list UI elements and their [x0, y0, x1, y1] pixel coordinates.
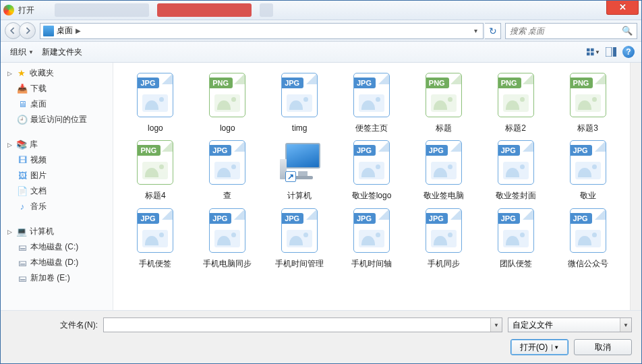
file-item[interactable]: PNG 标题4 — [120, 138, 191, 200]
search-input[interactable] — [510, 26, 622, 36]
file-name: 敬业 — [580, 191, 596, 200]
app-icon — [3, 5, 14, 16]
file-item[interactable]: JPG 敬业 — [552, 138, 623, 200]
open-button[interactable]: 打开(O) │▼ — [510, 339, 568, 355]
file-thumbnail: JPG — [570, 208, 606, 253]
filetype-badge: JPG — [209, 145, 231, 156]
file-item[interactable]: JPG 查 — [192, 138, 263, 200]
filename-dropdown[interactable]: ▼ — [490, 318, 502, 332]
collapse-icon: ▷ — [6, 141, 13, 148]
documents-icon: 📄 — [17, 186, 28, 197]
sidebar-item-music[interactable]: ♪音乐 — [1, 199, 113, 214]
svg-rect-5 — [613, 47, 616, 57]
file-item[interactable]: PNG 标题3 — [552, 71, 623, 133]
address-dropdown[interactable]: ▾ — [471, 27, 480, 34]
filetype-badge: PNG — [137, 145, 160, 156]
music-icon: ♪ — [17, 202, 28, 212]
sidebar-item-drive-d[interactable]: 🖴本地磁盘 (D:) — [1, 255, 113, 270]
file-name: logo — [220, 123, 235, 133]
file-name: 敬业签电脑 — [424, 191, 464, 200]
sidebar-item-recent[interactable]: 🕘最近访问的位置 — [1, 112, 113, 127]
vertical-scrollbar[interactable] — [630, 63, 641, 310]
file-grid-area[interactable]: JPG logo PNG logo JPG timg JPG 便签主页 PNG … — [113, 63, 630, 310]
file-item[interactable]: JPG 微信公众号 — [552, 206, 623, 268]
cancel-button[interactable]: 取消 — [574, 339, 632, 355]
refresh-button[interactable]: ↻ — [485, 23, 501, 39]
filename-input[interactable]: ▼ — [103, 317, 502, 332]
file-name: 敬业签logo — [352, 191, 392, 200]
file-thumbnail: JPG — [353, 140, 390, 185]
search-box[interactable]: 🔍 — [505, 23, 637, 39]
filename-label: 文件名(N): — [10, 320, 98, 331]
filetype-dropdown[interactable]: ▼ — [620, 318, 631, 332]
organize-menu[interactable]: 组织 ▼ — [6, 45, 38, 59]
file-thumbnail: JPG — [137, 208, 173, 253]
titlebar: 打开 ✕ — [1, 1, 641, 20]
file-item[interactable]: PNG logo — [192, 71, 263, 133]
file-item[interactable]: JPG 敬业签电脑 — [408, 138, 479, 200]
chevron-down-icon: ▼ — [28, 49, 34, 55]
file-item[interactable]: JPG 手机电脑同步 — [192, 206, 263, 268]
sidebar-item-drive-e[interactable]: 🖴新加卷 (E:) — [1, 270, 113, 286]
file-name: 标题 — [436, 123, 452, 133]
file-item[interactable]: JPG 手机时间轴 — [337, 206, 407, 268]
file-thumbnail: JPG — [209, 140, 245, 185]
file-item[interactable]: JPG 敬业签封面 — [480, 138, 551, 200]
file-item[interactable]: JPG 手机便签 — [120, 206, 191, 268]
drive-icon: 🖴 — [17, 273, 28, 284]
close-button[interactable]: ✕ — [606, 1, 639, 15]
forward-button[interactable] — [19, 22, 36, 39]
file-name: logo — [148, 123, 163, 133]
file-item[interactable]: JPG logo — [120, 71, 191, 133]
file-item[interactable]: JPG timg — [264, 71, 335, 133]
favorites-header[interactable]: ▷ ★ 收藏夹 — [1, 65, 113, 81]
libraries-header[interactable]: ▷ 📚 库 — [1, 137, 113, 152]
file-name: 手机便签 — [139, 259, 171, 268]
filetype-badge: JPG — [137, 213, 159, 224]
collapse-icon: ▷ — [6, 69, 13, 77]
file-item[interactable]: PNG 标题 — [408, 71, 479, 133]
preview-pane-button[interactable] — [604, 44, 618, 59]
file-item[interactable]: JPG 手机同步 — [408, 206, 479, 268]
sidebar-item-videos[interactable]: 🎞视频 — [1, 152, 113, 168]
file-name: 手机电脑同步 — [203, 259, 252, 268]
downloads-icon: 📥 — [17, 84, 28, 94]
file-item[interactable]: JPG 便签主页 — [337, 71, 407, 133]
file-item[interactable]: ↗计算机 — [264, 138, 335, 200]
sidebar-item-drive-c[interactable]: 🖴本地磁盘 (C:) — [1, 239, 113, 255]
computer-shortcut-icon: ↗ — [279, 142, 320, 183]
file-name: timg — [292, 123, 308, 133]
file-name: 标题3 — [577, 123, 598, 133]
drive-icon: 🖴 — [17, 242, 28, 253]
sidebar-item-pictures[interactable]: 🖼图片 — [1, 168, 113, 183]
file-thumbnail: JPG — [209, 208, 245, 253]
file-name: 查 — [223, 191, 231, 200]
new-folder-button[interactable]: 新建文件夹 — [38, 45, 86, 59]
filetype-badge: JPG — [498, 145, 520, 156]
file-item[interactable]: JPG 手机时间管理 — [264, 206, 335, 268]
filetype-badge: JPG — [281, 213, 303, 224]
file-thumbnail: JPG — [570, 140, 606, 185]
filetype-select[interactable]: 自定义文件 ▼ — [508, 317, 632, 332]
svg-rect-2 — [587, 53, 590, 56]
address-segment: 桌面 — [57, 25, 73, 36]
chevron-right-icon: ▶ — [76, 27, 81, 34]
filetype-badge: JPG — [570, 213, 592, 224]
file-item[interactable]: JPG 敬业签logo — [337, 138, 407, 200]
file-item[interactable]: JPG 团队便签 — [480, 206, 551, 268]
help-button[interactable]: ? — [621, 44, 636, 59]
computer-header[interactable]: ▷ 💻 计算机 — [1, 224, 113, 239]
file-thumbnail: JPG — [353, 73, 390, 117]
dialog-footer: 文件名(N): ▼ 自定义文件 ▼ 打开(O) │▼ 取消 — [1, 310, 641, 363]
shortcut-arrow-icon: ↗ — [285, 171, 296, 182]
sidebar-item-downloads[interactable]: 📥下载 — [1, 81, 113, 96]
toolbar: 组织 ▼ 新建文件夹 ▼ ? — [1, 42, 641, 63]
file-thumbnail: JPG — [426, 140, 462, 185]
sidebar-item-documents[interactable]: 📄文档 — [1, 183, 113, 199]
file-name: 敬业签封面 — [496, 191, 536, 200]
file-item[interactable]: PNG 标题2 — [480, 71, 551, 133]
address-bar[interactable]: 桌面 ▶ ▾ — [40, 23, 484, 39]
sidebar-item-desktop[interactable]: 🖥桌面 — [1, 96, 113, 112]
drive-icon: 🖴 — [17, 257, 28, 268]
view-mode-button[interactable]: ▼ — [586, 44, 601, 59]
